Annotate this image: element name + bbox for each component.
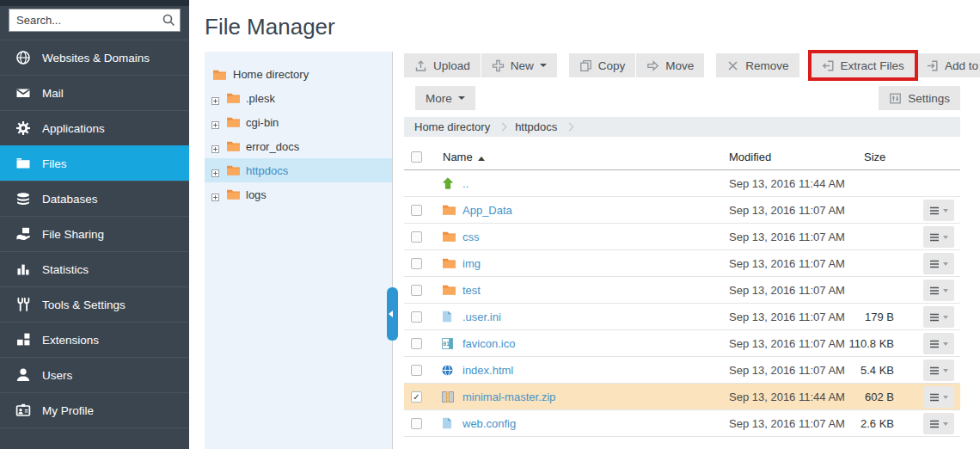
sidebar-item-statistics[interactable]: Statistics bbox=[0, 251, 189, 286]
folder-icon bbox=[442, 284, 456, 296]
row-checkbox[interactable] bbox=[411, 365, 422, 376]
column-header-name[interactable]: Name bbox=[443, 151, 485, 163]
column-header-modified[interactable]: Modified bbox=[729, 151, 771, 163]
copy-button[interactable]: Copy bbox=[569, 53, 636, 77]
new-button[interactable]: New bbox=[481, 53, 557, 77]
row-menu-button[interactable] bbox=[923, 386, 954, 408]
file-name-link[interactable]: .user.ini bbox=[462, 311, 501, 323]
sidebar-item-applications[interactable]: Applications bbox=[0, 110, 189, 145]
sidebar-item-file-sharing[interactable]: File Sharing bbox=[0, 216, 189, 251]
expand-plus-icon[interactable] bbox=[211, 191, 219, 199]
page-title: File Manager bbox=[205, 14, 335, 40]
upload-button[interactable]: Upload bbox=[404, 53, 481, 77]
tree-item-error-docs[interactable]: error_docs bbox=[205, 134, 392, 158]
row-checkbox[interactable] bbox=[411, 205, 422, 216]
sidebar-menu: Websites & Domains Mail Applications Fil… bbox=[0, 40, 189, 427]
expand-plus-icon[interactable] bbox=[211, 95, 219, 102]
row-checkbox[interactable] bbox=[411, 338, 422, 349]
folder-icon bbox=[226, 116, 241, 128]
row-menu-button[interactable] bbox=[923, 333, 954, 354]
tree-collapse-handle[interactable] bbox=[387, 287, 398, 341]
expand-plus-icon[interactable] bbox=[211, 167, 219, 175]
add-to-archive-button[interactable]: Add to Archive bbox=[916, 53, 980, 77]
file-name-link[interactable]: App_Data bbox=[462, 204, 512, 217]
tree-item-label: Home directory bbox=[233, 68, 309, 81]
tree-item-plesk[interactable]: .plesk bbox=[205, 86, 392, 110]
row-menu-button[interactable] bbox=[923, 360, 954, 381]
file-name-link[interactable]: css bbox=[462, 231, 480, 243]
chevron-down-icon bbox=[943, 209, 948, 212]
folder-icon bbox=[442, 204, 456, 216]
row-menu-button[interactable] bbox=[923, 253, 954, 274]
folder-icon bbox=[442, 231, 456, 243]
table-row-app-data: App_Data Sep 13, 2016 11:07 AM bbox=[404, 197, 960, 224]
sidebar-item-files[interactable]: Files bbox=[0, 145, 189, 181]
folder-icon bbox=[442, 257, 456, 269]
sidebar-item-databases[interactable]: Databases bbox=[0, 181, 189, 216]
sidebar-item-websites-domains[interactable]: Websites & Domains bbox=[0, 40, 189, 75]
toolbar-button-group: Remove bbox=[716, 53, 799, 77]
toolbar-button-group: Upload New bbox=[404, 53, 557, 77]
folder-icon bbox=[226, 92, 241, 104]
tree-item-httpdocs[interactable]: httpdocs bbox=[205, 158, 392, 182]
row-checkbox[interactable] bbox=[411, 258, 422, 269]
expand-plus-icon[interactable] bbox=[211, 119, 219, 126]
expand-plus-icon[interactable] bbox=[211, 143, 219, 151]
menu-bars-icon bbox=[929, 393, 940, 402]
row-menu-button[interactable] bbox=[923, 413, 954, 434]
file-name-link[interactable]: minimal-master.zip bbox=[462, 391, 555, 403]
sidebar-item-extensions[interactable]: Extensions bbox=[0, 322, 189, 357]
sidebar-item-mail[interactable]: Mail bbox=[0, 75, 189, 110]
file-name-link[interactable]: img bbox=[462, 257, 481, 270]
file-name-link[interactable]: test bbox=[462, 284, 481, 297]
html-icon bbox=[442, 364, 456, 376]
database-icon bbox=[15, 191, 32, 206]
search-icon[interactable] bbox=[162, 14, 175, 27]
breadcrumb-item-httpdocs[interactable]: httpdocs bbox=[515, 120, 557, 133]
row-checkbox[interactable] bbox=[411, 311, 422, 323]
sidebar-item-label: Extensions bbox=[42, 334, 99, 347]
menu-bars-icon bbox=[929, 340, 940, 348]
more-button[interactable]: More bbox=[415, 86, 475, 110]
file-table: Name Modified Size .. Sep 13, 2016 11:44… bbox=[404, 145, 960, 437]
menu-bars-icon bbox=[929, 366, 940, 375]
move-button[interactable]: Move bbox=[636, 53, 704, 77]
user-icon bbox=[15, 367, 32, 383]
table-row-: .. Sep 13, 2016 11:44 AM bbox=[404, 170, 960, 197]
file-name-link[interactable]: favicon.ico bbox=[462, 337, 515, 350]
sidebar-item-users[interactable]: Users bbox=[0, 357, 189, 392]
tools-icon bbox=[15, 297, 32, 312]
size-cell: 2.6 KB bbox=[799, 417, 894, 430]
search-input[interactable] bbox=[9, 9, 181, 32]
row-checkbox[interactable] bbox=[411, 285, 422, 296]
row-checkbox[interactable] bbox=[411, 418, 422, 429]
id-card-icon bbox=[15, 403, 32, 418]
extract-files-button[interactable]: Extract Files bbox=[812, 53, 915, 77]
row-checkbox[interactable]: ✓ bbox=[411, 391, 422, 403]
toolbar-button-group: Extract Files Add to Archive bbox=[812, 53, 980, 77]
sidebar-item-my-profile[interactable]: My Profile bbox=[0, 392, 189, 427]
tree-item-home-directory[interactable]: Home directory bbox=[205, 63, 392, 86]
button-label: Remove bbox=[745, 59, 788, 72]
select-all-checkbox[interactable] bbox=[411, 151, 422, 163]
row-menu-button[interactable] bbox=[923, 306, 954, 328]
move-icon bbox=[646, 59, 659, 72]
sidebar-item-tools-settings[interactable]: Tools & Settings bbox=[0, 286, 189, 322]
breadcrumb-item-home-directory[interactable]: Home directory bbox=[414, 120, 490, 133]
row-checkbox[interactable] bbox=[411, 231, 422, 243]
row-menu-button[interactable] bbox=[923, 200, 954, 221]
file-name-link[interactable]: .. bbox=[462, 177, 469, 190]
column-header-size[interactable]: Size bbox=[864, 151, 885, 163]
sidebar-top-strip bbox=[0, 0, 189, 6]
tree-item-logs[interactable]: logs bbox=[205, 182, 392, 206]
row-menu-button[interactable] bbox=[923, 226, 954, 248]
chevron-down-icon bbox=[943, 422, 948, 426]
file-name-link[interactable]: index.html bbox=[462, 364, 513, 377]
settings-button[interactable]: Settings bbox=[879, 86, 960, 110]
settings-sliders-icon bbox=[889, 92, 902, 105]
remove-button[interactable]: Remove bbox=[716, 53, 799, 77]
file-name-link[interactable]: web.config bbox=[462, 417, 516, 430]
tree-item-cgi-bin[interactable]: cgi-bin bbox=[205, 110, 392, 134]
tree-item-label: .plesk bbox=[246, 92, 275, 105]
row-menu-button[interactable] bbox=[923, 280, 954, 301]
